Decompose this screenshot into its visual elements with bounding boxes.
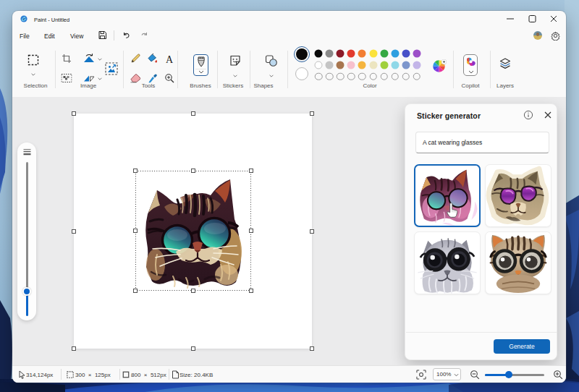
svg-text:A: A [166, 55, 174, 64]
